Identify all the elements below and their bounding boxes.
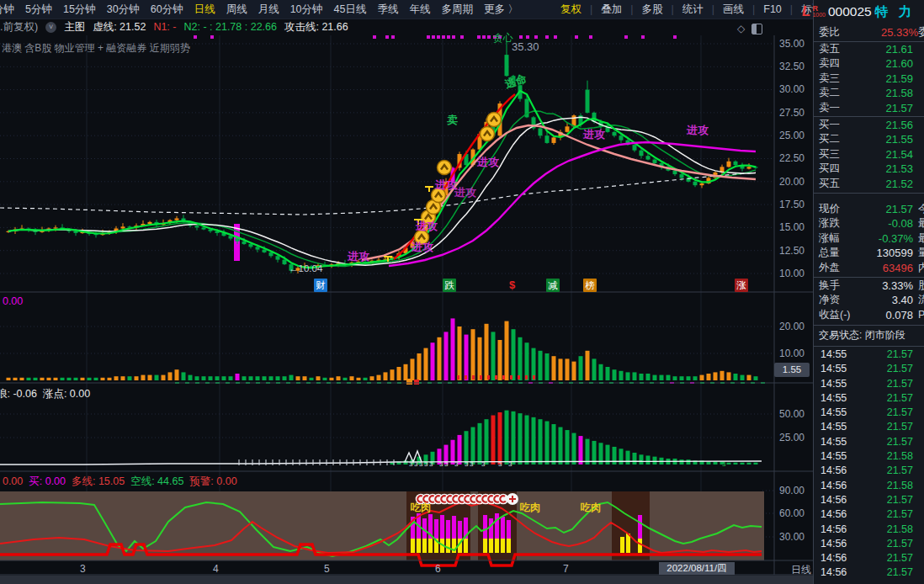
flag-r1000: R 1000: [812, 6, 826, 18]
sell-tag: 卖: [447, 113, 458, 128]
y-axis-label: 22.50: [761, 152, 805, 164]
stat-row: 外盘63496内: [814, 261, 924, 275]
svg-text:3: 3: [481, 460, 486, 468]
tick-row: 14:5521.57: [814, 391, 924, 406]
ask-row: 卖三21.59: [814, 72, 924, 86]
flag-l: L: [802, 3, 810, 20]
tick-row: 14:5521.57: [814, 406, 924, 420]
vol-axis-label: 20.00: [761, 321, 805, 332]
cursor-date-badge: 2022/08/11/四: [659, 562, 735, 575]
ask-row: 卖五21.61: [814, 42, 924, 56]
svg-text:3: 3: [508, 460, 512, 468]
vol-current-badge: 1.55: [774, 363, 810, 377]
y-axis-label: 25.00: [761, 130, 805, 141]
attack-tag: 进攻: [416, 219, 438, 234]
tag-dollar[interactable]: $: [509, 279, 515, 291]
volume-panel-header: : 0.00: [0, 295, 23, 307]
tick-row: 14:5621.57: [814, 493, 924, 507]
bid-row: 买二21.55: [814, 132, 924, 146]
tick-row: 14:5621.57: [814, 565, 924, 580]
tick-list: 14:5521.57 14:5521.57 14:5521.57 14:5521…: [814, 348, 924, 581]
period-label[interactable]: 日线: [791, 563, 811, 577]
bid-list: 买一21.56 买二21.55 买三21.54 买四21.53 买五21.52: [814, 118, 924, 191]
svg-text:3: 3: [414, 460, 418, 468]
ask-list: 卖五21.61 卖四21.60 卖三21.59 卖二21.58 卖一21.57: [814, 42, 924, 115]
attack-tag: 进攻: [348, 249, 369, 264]
chart-canvas[interactable]: 33333333333333: [0, 0, 813, 584]
svg-text:3: 3: [498, 460, 502, 468]
svg-text:3: 3: [439, 460, 443, 468]
wave-axis-label: 25.00: [761, 432, 805, 443]
n2-value: N2: - : 21.78 : 22.66: [183, 21, 277, 33]
tag-zhang[interactable]: 涨: [735, 279, 748, 292]
stock-title[interactable]: L R 1000 000025 特 力: [802, 1, 924, 23]
svg-text:3: 3: [722, 460, 726, 468]
bottom-axis-label: 60.00: [761, 507, 805, 519]
weibi-row: 委比 25.33% 委: [814, 25, 924, 40]
y-axis-label: 27.50: [761, 107, 805, 119]
tag-cai[interactable]: 财: [314, 279, 327, 292]
y-axis-label: 32.50: [761, 61, 805, 72]
eat-meat-tag: 吃肉: [520, 501, 540, 515]
chart-corner-icons: ◇: [737, 23, 762, 35]
indicator-header: .前复权) ˅ 主图 虚线: 21.52 N1: - N2: - : 21.78…: [0, 19, 348, 35]
svg-text:3: 3: [465, 460, 469, 468]
svg-text:3: 3: [444, 460, 449, 468]
stat-row: 换手3.33%股: [814, 279, 924, 293]
tick-row: 14:5521.58: [814, 449, 924, 464]
tick-row: 14:5621.57: [814, 551, 924, 565]
svg-text:3: 3: [470, 460, 474, 468]
tick-row: 14:5521.57: [814, 348, 924, 362]
y-axis-label: 20.00: [761, 176, 805, 188]
bottom-axis-label: 90.00: [761, 485, 805, 496]
stats-list: 现价21.57今 涨跌-0.08最 涨幅-0.37%最 总量130599量 外盘…: [814, 202, 924, 275]
bid-row: 买一21.56: [814, 118, 924, 132]
bid-row: 买四21.53: [814, 162, 924, 176]
low-price-label: ←10.04: [289, 263, 322, 273]
tick-row: 14:5621.57: [814, 464, 924, 478]
svg-text:3: 3: [454, 460, 459, 468]
split-panel-icon[interactable]: [751, 24, 762, 35]
attack-tag: 进攻: [477, 155, 499, 170]
chevron-down-icon[interactable]: ˅: [45, 22, 56, 33]
svg-text:3: 3: [419, 460, 423, 468]
bottom-axis-label: 30.00: [761, 531, 805, 543]
tag-jian[interactable]: 减: [546, 279, 560, 292]
stats2-list: 换手3.33%股 净资3.40流 收益(-)0.078P: [814, 279, 924, 322]
x-axis-tick: 3: [80, 563, 86, 575]
ask-row: 卖四21.60: [814, 56, 924, 71]
greed-tag: 贪心: [493, 31, 513, 45]
tick-row: 14:5621.58: [814, 523, 924, 537]
stock-name: 特 力: [875, 3, 915, 21]
y-axis-label: 35.00: [761, 38, 805, 50]
tag-bang[interactable]: 榜: [583, 279, 597, 292]
svg-text:3: 3: [409, 460, 413, 468]
tick-row: 14:5521.57: [814, 420, 924, 434]
stock-code: 000025: [828, 4, 872, 19]
bottom-panel-header: : 0.00 买: 0.00 多线: 15.05 空线: 44.65 预警: 0…: [0, 475, 237, 489]
tick-row: 14:5521.57: [814, 362, 924, 376]
attack-tag: 进攻: [583, 127, 605, 142]
attack-tag: 进攻: [687, 123, 709, 138]
stock-concept-line: 港澳 含B股 物业管理 + 融资融券 近期弱势: [2, 41, 190, 56]
ask-row: 卖一21.57: [814, 101, 924, 115]
x-axis-tick: 6: [435, 563, 441, 575]
stat-row: 现价21.57今: [814, 202, 924, 216]
tick-row: 14:5621.57: [814, 537, 924, 551]
quote-sidebar: 委比 25.33% 委 卖五21.61 卖四21.60 卖三21.59 卖二21…: [813, 0, 924, 584]
main-chart-label[interactable]: 主图: [64, 20, 85, 35]
dash-line-value: 虚线: 21.52: [93, 20, 146, 35]
attack-tag: 进攻: [454, 185, 476, 200]
trade-status: 交易状态: 闭市阶段: [819, 328, 905, 342]
diamond-icon[interactable]: ◇: [737, 23, 745, 35]
tick-row: 14:5521.57: [814, 435, 924, 449]
eat-meat-tag: 吃肉: [411, 501, 431, 515]
svg-text:3: 3: [429, 460, 433, 468]
y-axis-label: 15.00: [761, 221, 805, 233]
bid-row: 买三21.54: [814, 147, 924, 162]
fuquan-prefix: .前复权): [0, 20, 38, 35]
y-axis-label: 10.00: [761, 268, 805, 279]
tag-die[interactable]: 跌: [443, 279, 456, 292]
wave-axis-label: 50.00: [761, 408, 805, 420]
tick-row: 14:5521.57: [814, 377, 924, 391]
